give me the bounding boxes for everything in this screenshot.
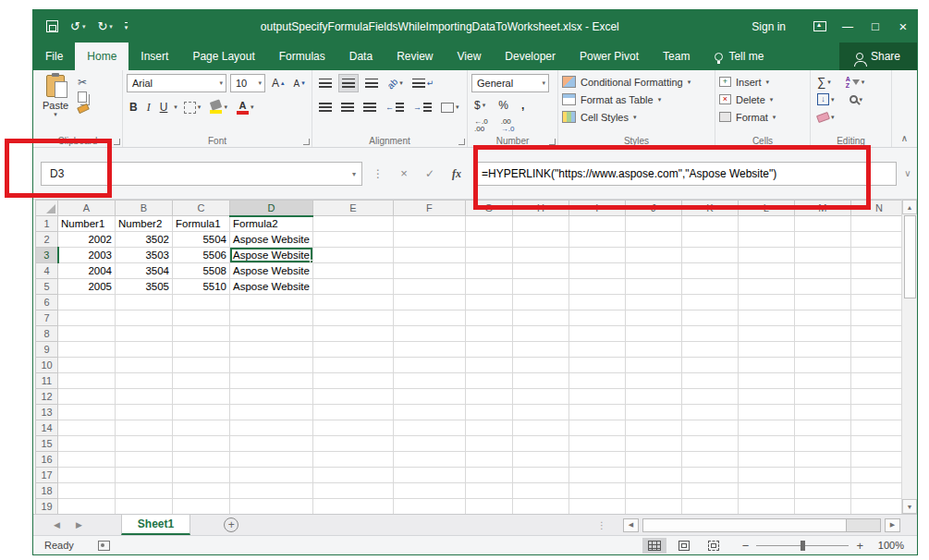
cell-J9[interactable] bbox=[625, 342, 681, 358]
bold-button[interactable]: B bbox=[127, 98, 141, 116]
cell-F14[interactable] bbox=[393, 420, 465, 436]
cell-E18[interactable] bbox=[312, 483, 393, 499]
row-header-9[interactable]: 9 bbox=[36, 342, 58, 358]
grow-font-button[interactable]: A▴ bbox=[269, 74, 287, 92]
cell-D2[interactable]: Aspose Website bbox=[230, 232, 313, 248]
cell-J1[interactable] bbox=[625, 216, 681, 232]
cell-B6[interactable] bbox=[116, 295, 173, 310]
col-header-G[interactable]: G bbox=[465, 201, 512, 216]
increase-decimal-button[interactable]: ←.0.00 bbox=[471, 116, 491, 135]
cell-K7[interactable] bbox=[681, 310, 738, 326]
cell-D5[interactable]: Aspose Website bbox=[230, 279, 313, 295]
cell-A17[interactable] bbox=[58, 468, 116, 483]
cell-K2[interactable] bbox=[681, 232, 738, 248]
row-header-8[interactable]: 8 bbox=[36, 326, 58, 342]
cell-A11[interactable] bbox=[58, 373, 116, 389]
zoom-in-icon[interactable]: + bbox=[856, 539, 863, 553]
macro-record-icon[interactable] bbox=[98, 541, 110, 551]
row-header-4[interactable]: 4 bbox=[36, 263, 58, 279]
align-left-button[interactable] bbox=[316, 98, 335, 116]
cell-B10[interactable] bbox=[116, 358, 173, 373]
row-header-17[interactable]: 17 bbox=[36, 468, 58, 483]
zoom-slider-thumb[interactable] bbox=[801, 541, 805, 551]
cell-N16[interactable] bbox=[850, 452, 907, 468]
cell-M10[interactable] bbox=[794, 358, 850, 373]
cell-H17[interactable] bbox=[512, 468, 568, 483]
cell-B13[interactable] bbox=[116, 405, 173, 420]
col-header-L[interactable]: L bbox=[738, 201, 794, 216]
cell-E14[interactable] bbox=[312, 420, 393, 436]
cell-M17[interactable] bbox=[794, 468, 850, 483]
cell-H13[interactable] bbox=[512, 405, 568, 420]
row-header-10[interactable]: 10 bbox=[36, 358, 58, 373]
cell-M18[interactable] bbox=[794, 483, 850, 499]
cell-B12[interactable] bbox=[116, 389, 173, 405]
cell-A19[interactable] bbox=[58, 499, 116, 515]
align-bottom-button[interactable] bbox=[362, 74, 381, 92]
cell-G6[interactable] bbox=[465, 295, 512, 310]
sheet-nav-left-icon[interactable]: ◀ bbox=[54, 520, 60, 530]
cell-J13[interactable] bbox=[625, 405, 681, 420]
cell-C19[interactable] bbox=[173, 499, 230, 515]
cell-H14[interactable] bbox=[512, 420, 568, 436]
cell-G10[interactable] bbox=[465, 358, 512, 373]
cell-E11[interactable] bbox=[312, 373, 393, 389]
cell-L7[interactable] bbox=[738, 310, 794, 326]
row-header-19[interactable]: 19 bbox=[36, 499, 58, 515]
row-header-3[interactable]: 3 bbox=[36, 248, 58, 263]
cell-F19[interactable] bbox=[393, 499, 465, 515]
cell-M12[interactable] bbox=[794, 389, 850, 405]
name-box[interactable]: D3 ▾ bbox=[41, 162, 362, 186]
cell-C13[interactable] bbox=[173, 405, 230, 420]
cell-F1[interactable] bbox=[393, 216, 465, 232]
tab-data[interactable]: Data bbox=[337, 43, 385, 70]
page-layout-view-button[interactable] bbox=[672, 538, 696, 554]
sheet-tab-sheet1[interactable]: Sheet1 bbox=[121, 515, 190, 535]
cell-E8[interactable] bbox=[312, 326, 393, 342]
row-header-5[interactable]: 5 bbox=[36, 279, 58, 295]
undo-icon[interactable]: ↺▾ bbox=[70, 19, 85, 33]
cell-M9[interactable] bbox=[794, 342, 850, 358]
align-center-button[interactable] bbox=[338, 98, 357, 116]
cell-I12[interactable] bbox=[568, 389, 625, 405]
cell-H16[interactable] bbox=[512, 452, 568, 468]
cell-M16[interactable] bbox=[794, 452, 850, 468]
cell-I10[interactable] bbox=[568, 358, 625, 373]
row-header-6[interactable]: 6 bbox=[36, 295, 58, 310]
cell-A8[interactable] bbox=[58, 326, 116, 342]
cell-M19[interactable] bbox=[794, 499, 850, 515]
col-header-K[interactable]: K bbox=[681, 201, 738, 216]
collapse-ribbon-icon[interactable]: ∧ bbox=[901, 133, 908, 143]
fill-button[interactable]: ↓▾ bbox=[814, 91, 837, 109]
cell-A6[interactable] bbox=[58, 295, 116, 310]
underline-button[interactable]: U bbox=[157, 98, 171, 116]
cell-G17[interactable] bbox=[465, 468, 512, 483]
cell-G18[interactable] bbox=[465, 483, 512, 499]
font-size-combo[interactable]: 10▾ bbox=[230, 74, 265, 92]
cell-G4[interactable] bbox=[465, 263, 512, 279]
cell-C17[interactable] bbox=[173, 468, 230, 483]
cell-C3[interactable]: 5506 bbox=[173, 248, 230, 263]
cell-B8[interactable] bbox=[116, 326, 173, 342]
cell-B5[interactable]: 3505 bbox=[116, 279, 173, 295]
cell-E16[interactable] bbox=[312, 452, 393, 468]
cell-B16[interactable] bbox=[116, 452, 173, 468]
cell-K16[interactable] bbox=[681, 452, 738, 468]
cell-L5[interactable] bbox=[738, 279, 794, 295]
cell-D15[interactable] bbox=[230, 436, 313, 452]
formula-input[interactable]: =HYPERLINK("https://www.aspose.com","Asp… bbox=[474, 162, 897, 186]
cell-E10[interactable] bbox=[312, 358, 393, 373]
cell-M1[interactable] bbox=[794, 216, 850, 232]
cell-E15[interactable] bbox=[312, 436, 393, 452]
cell-F12[interactable] bbox=[393, 389, 465, 405]
align-middle-button[interactable] bbox=[338, 74, 359, 92]
share-button[interactable]: Share bbox=[839, 43, 917, 70]
merge-center-button[interactable]: ▾ bbox=[438, 98, 462, 116]
cell-H3[interactable] bbox=[512, 248, 568, 263]
cell-G12[interactable] bbox=[465, 389, 512, 405]
cell-N4[interactable] bbox=[850, 263, 907, 279]
cell-I19[interactable] bbox=[568, 499, 625, 515]
row-header-1[interactable]: 1 bbox=[36, 216, 58, 232]
scroll-up-icon[interactable]: ▲ bbox=[902, 200, 917, 214]
conditional-formatting-button[interactable]: Conditional Formatting ▾ bbox=[562, 73, 711, 91]
